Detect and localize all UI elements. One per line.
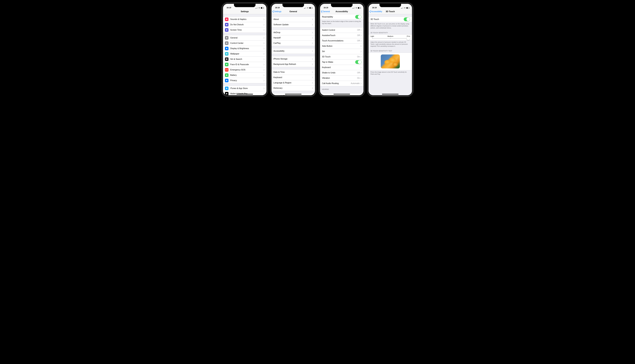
3dt-toggle[interactable]: 3D Touch xyxy=(368,17,412,22)
chevron-right-icon xyxy=(312,71,313,73)
row-label: Language & Region xyxy=(274,82,312,84)
home-indicator[interactable] xyxy=(334,94,350,94)
nav-title: Settings xyxy=(241,10,249,13)
ax-vibration[interactable]: VibrationOn xyxy=(320,76,364,81)
ax-siri[interactable]: Siri xyxy=(320,49,364,54)
toggle-switch[interactable] xyxy=(355,60,362,64)
notch xyxy=(282,4,304,7)
home-indicator[interactable] xyxy=(382,94,398,94)
chevron-right-icon xyxy=(360,40,362,42)
svg-point-6 xyxy=(226,53,227,54)
slider-knob[interactable] xyxy=(406,36,410,40)
settings-control-center[interactable]: Control Center xyxy=(223,40,266,46)
nav-title: 3D Touch xyxy=(386,10,395,13)
hand-icon xyxy=(225,79,228,82)
status-time: 16:19 xyxy=(226,6,231,9)
content-scroll[interactable]: Sounds & HapticsDo Not DisturbScreen Tim… xyxy=(223,14,266,95)
settings-siri[interactable]: Siri & Search xyxy=(223,56,266,62)
settings-display[interactable]: Display & Brightness xyxy=(223,46,266,51)
chevron-right-icon xyxy=(312,42,313,44)
general-storage[interactable]: iPhone Storage xyxy=(272,56,315,62)
row-label: Face ID & Passcode xyxy=(230,63,264,66)
general-keyboard[interactable]: Keyboard xyxy=(272,75,315,80)
settings-wallet[interactable]: Wallet & Apple Pay xyxy=(223,91,266,95)
notch xyxy=(234,4,256,7)
ax-keyboard[interactable]: Keyboard xyxy=(320,65,364,70)
ax-touch-accom[interactable]: Touch AccommodationsOff xyxy=(320,38,364,44)
svg-point-9 xyxy=(226,74,227,76)
chevron-right-icon xyxy=(312,18,313,20)
display-icon xyxy=(225,47,228,50)
general-accessibility[interactable]: Accessibility xyxy=(272,48,315,54)
chevron-right-icon xyxy=(360,67,362,68)
ax-call-audio[interactable]: Call Audio RoutingAutomatic xyxy=(320,81,364,86)
settings-sounds[interactable]: Sounds & Haptics xyxy=(223,17,266,22)
settings-dnd[interactable]: Do Not Disturb xyxy=(223,22,266,27)
settings-general[interactable]: General xyxy=(223,35,266,40)
settings-screentime[interactable]: Screen Time xyxy=(223,27,266,33)
row-label: Battery xyxy=(230,74,264,76)
settings-faceid[interactable]: Face ID & Passcode xyxy=(223,62,266,67)
row-label: Screen Time xyxy=(230,29,264,31)
general-about[interactable]: About xyxy=(272,17,315,22)
svg-point-8 xyxy=(226,64,227,65)
content-scroll[interactable]: 3D TouchWhen 3D Touch is on, you can pre… xyxy=(368,14,412,95)
back-label: Settings xyxy=(274,10,282,13)
home-indicator[interactable] xyxy=(236,94,253,94)
general-handoff[interactable]: Handoff xyxy=(272,35,315,40)
row-label: Control Center xyxy=(230,42,264,44)
group-footer: Swipe down on the bottom edge of the scr… xyxy=(320,20,364,25)
row-label: Display & Brightness xyxy=(230,47,264,50)
chevron-right-icon xyxy=(360,83,362,84)
general-airdrop[interactable]: AirDrop xyxy=(272,30,315,35)
ax-assistive-touch[interactable]: AssistiveTouchOff xyxy=(320,33,364,38)
toggle-switch[interactable] xyxy=(355,15,362,19)
row-label: iTunes & App Store xyxy=(230,87,264,90)
general-background-refresh[interactable]: Background App Refresh xyxy=(272,62,315,67)
general-dictionary[interactable]: Dictionary xyxy=(272,86,315,91)
ax-shake-undo[interactable]: Shake to UndoOff xyxy=(320,70,364,76)
chevron-right-icon xyxy=(264,58,264,60)
chevron-right-icon xyxy=(360,29,362,31)
settings-privacy[interactable]: Privacy xyxy=(223,78,266,83)
settings-sos[interactable]: SOSEmergency SOS xyxy=(223,67,266,72)
row-label: Keyboard xyxy=(322,66,360,68)
cellular-signal-icon xyxy=(256,7,258,9)
row-label: Switch Control xyxy=(322,29,357,31)
chevron-right-icon xyxy=(264,80,264,82)
back-button[interactable]: Settings xyxy=(272,9,282,14)
ax-side-button[interactable]: Side Button xyxy=(320,44,364,49)
content-scroll[interactable]: AboutSoftware UpdateAirDropHandoffCarPla… xyxy=(272,14,315,95)
content-scroll[interactable]: ReachabilitySwipe down on the bottom edg… xyxy=(320,14,364,95)
back-button[interactable]: General xyxy=(321,9,330,14)
ax-3dtouch[interactable]: 3D TouchOn xyxy=(320,54,364,60)
row-label: 3D Touch xyxy=(370,18,404,20)
general-language[interactable]: Language & Region xyxy=(272,80,315,86)
chevron-right-icon xyxy=(264,74,264,76)
row-value: Automatic xyxy=(351,82,360,84)
toggle-switch[interactable] xyxy=(404,18,410,21)
settings-itunes[interactable]: iTunes & App Store xyxy=(223,86,266,91)
cellular-signal-icon xyxy=(353,7,355,9)
chevron-right-icon xyxy=(312,50,313,52)
svg-point-11 xyxy=(226,88,227,89)
ax-reachability[interactable]: Reachability xyxy=(320,14,364,20)
sensitivity-slider[interactable] xyxy=(372,38,408,38)
sensitivity-test-image[interactable] xyxy=(381,54,400,68)
row-label: Accessibility xyxy=(274,50,312,52)
back-button[interactable]: Accessibility xyxy=(369,9,382,14)
settings-battery[interactable]: Battery xyxy=(223,72,266,78)
back-label: General xyxy=(322,10,330,13)
settings-wallpaper[interactable]: Wallpaper xyxy=(223,51,266,56)
general-date-time[interactable]: Date & Time xyxy=(272,70,315,75)
faceid-icon xyxy=(225,63,228,66)
row-label: About xyxy=(274,18,312,20)
phone-frame: 16:19SettingsSounds & HapticsDo Not Dist… xyxy=(222,2,268,96)
ax-tap-to-wake[interactable]: Tap to Wake xyxy=(320,60,364,65)
siri-icon xyxy=(225,58,228,61)
sensitivity-test-area xyxy=(368,52,412,70)
ax-switch-control[interactable]: Switch ControlOff xyxy=(320,28,364,33)
general-software-update[interactable]: Software Update xyxy=(272,22,315,27)
general-carplay[interactable]: CarPlay xyxy=(272,40,315,46)
home-indicator[interactable] xyxy=(285,94,302,94)
